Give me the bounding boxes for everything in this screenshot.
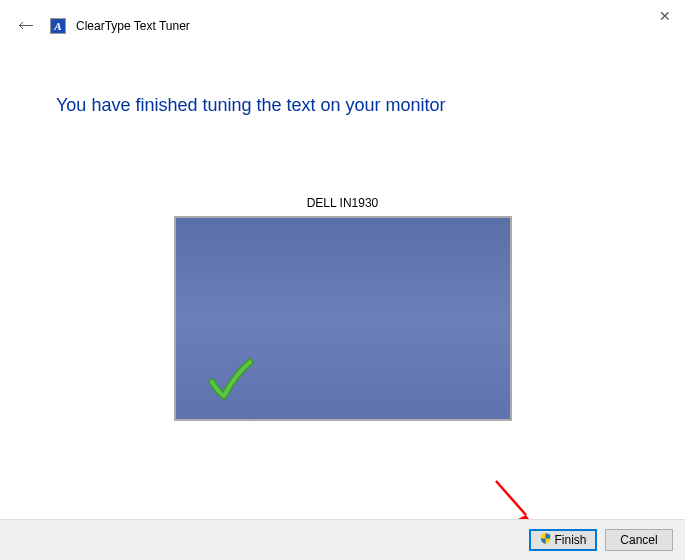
header: 🡐 A ClearType Text Tuner xyxy=(0,0,685,45)
window-title: ClearType Text Tuner xyxy=(76,19,190,33)
close-icon[interactable]: ✕ xyxy=(659,8,671,24)
app-icon: A xyxy=(50,18,66,34)
svg-line-0 xyxy=(496,481,526,515)
cancel-button[interactable]: Cancel xyxy=(605,529,673,551)
footer: Finish Cancel xyxy=(0,519,685,560)
finish-button-label: Finish xyxy=(554,533,586,547)
cancel-button-label: Cancel xyxy=(620,533,657,547)
monitor-preview xyxy=(174,216,512,421)
monitor-label: DELL IN1930 xyxy=(0,196,685,210)
finish-button[interactable]: Finish xyxy=(529,529,597,551)
back-arrow-icon[interactable]: 🡐 xyxy=(12,15,40,37)
page-heading: You have finished tuning the text on you… xyxy=(56,95,685,116)
shield-icon xyxy=(539,532,552,548)
checkmark-icon xyxy=(208,358,254,405)
